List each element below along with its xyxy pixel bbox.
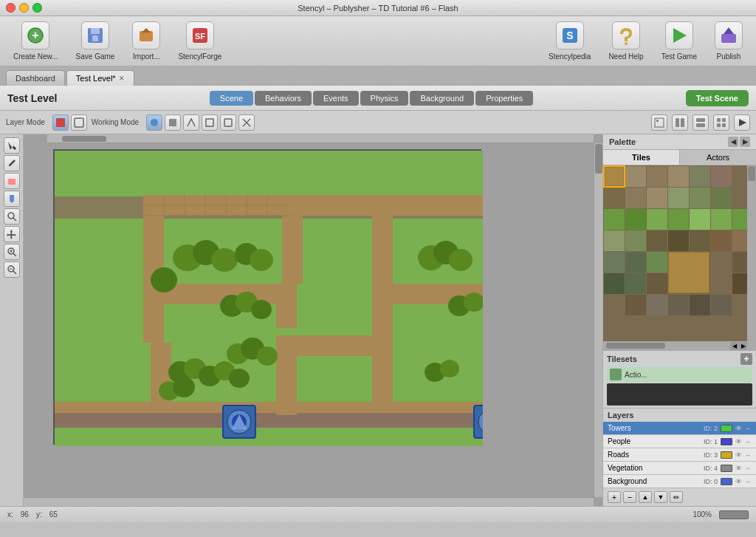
- wm-btn2[interactable]: [165, 114, 181, 131]
- layers-down-button[interactable]: ▼: [654, 491, 667, 503]
- tile-palette-area[interactable]: ◀ ▶: [603, 165, 756, 350]
- wm-btn5[interactable]: [220, 114, 236, 131]
- need-help-button[interactable]: Need Help: [602, 18, 649, 64]
- svg-point-71: [211, 248, 238, 272]
- tilesets-empty-area: [607, 383, 752, 406]
- layer-roads[interactable]: Roads ID: 3 👁 ↔: [603, 448, 756, 462]
- svg-rect-129: [690, 230, 710, 251]
- layer-vegetation-color: [721, 465, 732, 472]
- layer-background-lock[interactable]: ↔: [745, 478, 752, 485]
- svg-rect-26: [681, 118, 684, 127]
- layer-roads-lock[interactable]: ↔: [745, 451, 752, 459]
- layer-people-visible[interactable]: 👁: [735, 438, 742, 445]
- svg-rect-136: [732, 252, 748, 273]
- svg-rect-111: [604, 188, 625, 208]
- tab-properties[interactable]: Properties: [475, 91, 533, 106]
- svg-rect-31: [717, 123, 721, 127]
- layer-people[interactable]: People ID: 1 👁 ↔: [603, 435, 756, 448]
- svg-rect-5: [140, 31, 153, 41]
- tab-test-level[interactable]: Test Level* ✕: [66, 70, 134, 86]
- layer-mode-btn1[interactable]: [52, 114, 69, 131]
- view-btn1[interactable]: [651, 114, 667, 131]
- move-tool[interactable]: [4, 226, 20, 242]
- layer-towers-visible[interactable]: 👁: [735, 425, 742, 432]
- layers-up-button[interactable]: ▲: [639, 491, 652, 503]
- tileset-item[interactable]: Actio...: [607, 367, 752, 382]
- svg-rect-28: [696, 123, 705, 127]
- eraser-tool[interactable]: [4, 173, 20, 189]
- palette-arrow-right[interactable]: ▶: [740, 137, 750, 147]
- layer-background[interactable]: Background ID: 0 👁 ↔: [603, 475, 756, 488]
- publish-button[interactable]: Publish: [709, 18, 749, 64]
- zoom-tool[interactable]: [4, 208, 20, 225]
- close-button[interactable]: [6, 3, 16, 13]
- svg-rect-118: [604, 209, 625, 230]
- save-game-button[interactable]: Save Game: [70, 18, 121, 64]
- svg-rect-131: [732, 230, 748, 251]
- window-title: Stencyl – Publysher – TD Tutorial #6 – F…: [298, 4, 458, 13]
- level-header: Test Level Scene Behaviors Events Physic…: [0, 86, 756, 111]
- palette-tab-tiles[interactable]: Tiles: [603, 150, 680, 165]
- tab-dashboard[interactable]: Dashboard: [6, 70, 65, 86]
- wm-btn3[interactable]: [183, 114, 199, 131]
- layer-people-lock[interactable]: ↔: [745, 438, 752, 445]
- tab-events[interactable]: Events: [313, 91, 359, 106]
- tab-scene[interactable]: Scene: [210, 91, 253, 106]
- statusbar-zoom-slider[interactable]: [719, 510, 749, 519]
- wm-btn6[interactable]: [238, 114, 255, 131]
- layers-add-button[interactable]: +: [608, 491, 621, 503]
- layers-remove-button[interactable]: −: [623, 491, 636, 503]
- layer-vegetation[interactable]: Vegetation ID: 4 👁 ↔: [603, 462, 756, 475]
- layer-roads-visible[interactable]: 👁: [735, 451, 742, 459]
- tilesets-add-button[interactable]: +: [740, 353, 752, 365]
- minimize-button[interactable]: [19, 3, 29, 13]
- svg-point-85: [229, 369, 250, 388]
- svg-marker-12: [673, 28, 687, 43]
- layer-towers-lock[interactable]: ↔: [745, 425, 752, 432]
- svg-rect-142: [625, 295, 646, 315]
- layer-background-visible[interactable]: 👁: [735, 478, 742, 485]
- pencil-tool[interactable]: [4, 155, 20, 171]
- fill-tool[interactable]: [4, 191, 20, 207]
- tab-close-icon[interactable]: ✕: [119, 75, 125, 82]
- svg-rect-128: [668, 230, 689, 251]
- search-tool[interactable]: [4, 244, 20, 260]
- view-btn3[interactable]: [693, 114, 709, 131]
- layer-vegetation-lock[interactable]: ↔: [745, 465, 752, 472]
- window-buttons: [6, 3, 42, 13]
- canvas-area[interactable]: [24, 134, 602, 506]
- layers-settings-button[interactable]: ✏: [670, 491, 683, 503]
- view-btn4[interactable]: [713, 114, 729, 131]
- svg-rect-127: [647, 230, 667, 251]
- maximize-button[interactable]: [32, 3, 42, 13]
- statusbar-x-value: 96: [21, 510, 29, 519]
- tab-background[interactable]: Background: [410, 91, 474, 106]
- palette-scroll-right[interactable]: ▶: [739, 342, 747, 350]
- palette-tab-actors[interactable]: Actors: [680, 150, 756, 165]
- layer-mode-tools: [52, 114, 87, 131]
- svg-rect-3: [91, 28, 100, 34]
- tab-behaviors[interactable]: Behaviors: [255, 91, 312, 106]
- wm-btn-pencil[interactable]: [146, 114, 162, 131]
- test-scene-button[interactable]: Test Scene: [686, 90, 749, 106]
- palette-scroll-left[interactable]: ◀: [730, 342, 738, 350]
- layers-footer: + − ▲ ▼ ✏: [603, 488, 756, 506]
- play-btn[interactable]: [734, 114, 750, 131]
- tab-physics[interactable]: Physics: [360, 91, 409, 106]
- test-game-button[interactable]: Test Game: [656, 18, 703, 64]
- select-tool[interactable]: [4, 137, 20, 154]
- palette-arrow-left[interactable]: ◀: [728, 137, 738, 147]
- layer-towers[interactable]: Towers ID: 2 👁 ↔: [603, 422, 756, 435]
- search-minus-tool[interactable]: [4, 261, 20, 278]
- layer-vegetation-visible[interactable]: 👁: [735, 465, 742, 472]
- wm-btn4[interactable]: [202, 114, 218, 131]
- svg-rect-25: [676, 118, 679, 127]
- layer-towers-color: [721, 425, 732, 432]
- view-btn2[interactable]: [672, 114, 688, 131]
- stencylforge-button[interactable]: SF StencylForge: [172, 18, 227, 64]
- import-button[interactable]: Import...: [126, 18, 166, 64]
- svg-rect-120: [647, 209, 667, 230]
- create-new-button[interactable]: + Create New...: [7, 18, 64, 64]
- layer-mode-btn2[interactable]: [71, 114, 87, 131]
- stencylpedia-button[interactable]: S Stencylpedia: [543, 18, 597, 64]
